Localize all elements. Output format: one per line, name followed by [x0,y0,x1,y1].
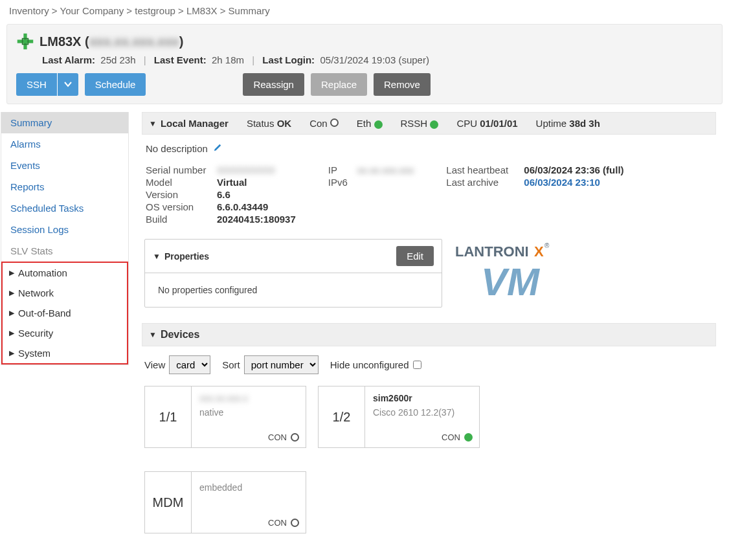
page-title: LM83X (xxx.xx.xxx.xxx) [39,34,183,49]
device-card[interactable]: 1/1 xxx.xx.xxx.x native CON [144,386,306,448]
expand-icon: ▶ [9,289,14,297]
devices-controls: View card Sort port number Hide unconfig… [142,346,716,383]
sidebar: Summary Alarms Events Reports Scheduled … [1,112,129,365]
status-uptime: Uptime 38d 3h [536,118,600,129]
collapse-icon[interactable]: ▼ [149,330,157,339]
con-status-icon [464,433,473,442]
sidebar-item-slv-stats: SLV Stats [1,240,128,262]
status-rssh: RSSH [401,118,439,129]
svg-text:®: ® [544,242,550,249]
collapse-icon[interactable]: ▼ [149,119,157,128]
svg-text:LANTRONI: LANTRONI [455,243,529,260]
svg-text:X: X [534,243,544,260]
device-subtype: native [199,407,298,418]
local-manager-status-bar: ▼ Local Manager Status OK Con Eth RSSH C… [142,112,716,135]
device-card[interactable]: MDM embedded CON [144,471,306,533]
con-status-icon [291,519,299,527]
sidebar-item-session-logs[interactable]: Session Logs [1,219,128,240]
ip-value: xx.xx.xxx.xxx [357,164,414,175]
device-name: sim2600r [373,393,471,403]
expand-icon: ▶ [9,329,14,337]
sidebar-item-security[interactable]: ▶Security [3,323,127,343]
sort-select[interactable]: port number [244,355,319,374]
description-row: No description [142,135,716,162]
device-subtype: embedded [199,482,298,493]
header-panel: LM83X (xxx.xx.xxx.xxx) Last Alarm: 25d 2… [6,24,723,104]
hide-unconfigured-checkbox[interactable] [413,361,421,369]
con-status-icon [291,433,299,442]
sidebar-item-reports[interactable]: Reports [1,176,128,197]
breadcrumb-item[interactable]: Your Company [60,5,124,16]
properties-panel: ▼ Properties Edit No properties configur… [144,239,442,308]
device-meta-row: Last Alarm: 25d 23h | Last Event: 2h 18m… [16,54,713,65]
sidebar-item-system[interactable]: ▶System [3,343,127,363]
brand-logo: LANTRONI X ® VM [455,239,585,308]
device-subtype: Cisco 2610 12.2(37) [373,407,471,418]
edit-description-icon[interactable] [213,143,223,154]
sidebar-item-out-of-band[interactable]: ▶Out-of-Band [3,303,127,323]
svg-text:VM: VM [481,260,541,304]
breadcrumb-item: Summary [229,5,270,16]
device-con-status: CON [268,432,299,442]
expand-icon: ▶ [9,269,14,277]
hide-unconfigured-label[interactable]: Hide unconfigured [330,359,421,370]
sidebar-item-network[interactable]: ▶Network [3,283,127,303]
details-block: Serial numberXXXXXXXXX ModelVirtual Vers… [142,162,716,234]
device-con-status: CON [442,432,473,442]
breadcrumb-item[interactable]: LM83X [186,5,218,16]
rssh-status-icon [430,120,438,129]
breadcrumb-item[interactable]: Inventory [9,5,49,16]
replace-button: Replace [311,73,367,96]
device-logo-icon [16,32,34,50]
content-area: ▼ Local Manager Status OK Con Eth RSSH C… [142,112,723,536]
breadcrumb: Inventory > Your Company > testgroup > L… [0,0,729,21]
sidebar-item-scheduled-tasks[interactable]: Scheduled Tasks [1,197,128,219]
device-cards: 1/1 xxx.xx.xxx.x native CON 1/2 sim2600r… [142,383,716,536]
device-con-status: CON [268,518,299,528]
status-con: Con [309,118,339,129]
device-ip-masked: xxx.xx.xxx.xxx [89,34,179,49]
properties-empty-text: No properties configured [145,273,442,307]
last-archive-link[interactable]: 06/03/2024 23:10 [524,177,600,188]
device-port: 1/2 [319,386,365,447]
devices-section-header: ▼ Devices [142,323,716,346]
reassign-button[interactable]: Reassign [243,73,304,96]
sidebar-highlighted-group: ▶Automation ▶Network ▶Out-of-Band ▶Secur… [1,262,128,364]
remove-button[interactable]: Remove [374,73,431,96]
serial-value: XXXXXXXXX [217,164,275,175]
device-port: MDM [145,472,192,533]
collapse-icon[interactable]: ▼ [153,252,161,261]
status-eth: Eth [357,118,383,129]
con-status-icon [330,118,339,127]
ssh-dropdown-icon[interactable] [57,73,78,96]
ssh-split-button[interactable]: SSH [16,73,78,96]
breadcrumb-item[interactable]: testgroup [135,5,175,16]
sidebar-item-automation[interactable]: ▶Automation [3,263,127,283]
device-port: 1/1 [145,386,192,447]
sidebar-item-events[interactable]: Events [1,155,128,176]
device-card[interactable]: 1/2 sim2600r Cisco 2610 12.2(37) CON [318,386,480,448]
expand-icon: ▶ [9,309,14,317]
device-name: xxx.xx.xxx.x [199,393,298,403]
view-select[interactable]: card [169,355,210,374]
svg-rect-1 [17,39,34,43]
sidebar-item-alarms[interactable]: Alarms [1,133,128,155]
ssh-button[interactable]: SSH [16,73,57,96]
edit-properties-button[interactable]: Edit [396,246,434,266]
status-cpu: CPU 01/01/01 [456,118,517,129]
sidebar-item-summary[interactable]: Summary [1,112,128,133]
expand-icon: ▶ [9,349,14,357]
eth-status-icon [374,120,383,129]
status-ok: Status OK [247,118,291,129]
schedule-button[interactable]: Schedule [85,73,146,96]
